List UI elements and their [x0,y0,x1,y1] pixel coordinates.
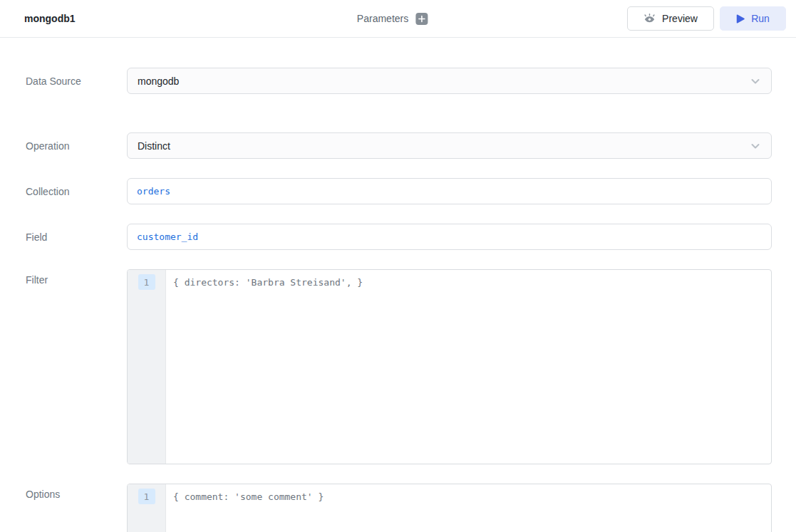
filter-label: Filter [0,269,127,286]
collection-row: Collection [0,178,796,204]
query-form: Data Source mongodb Operation Distinct [0,38,796,532]
field-row: Field [0,224,796,250]
filter-line-number: 1 [138,274,155,290]
filter-code-editor[interactable]: 1 { directors: 'Barbra Streisand', } [127,269,772,464]
data-source-label: Data Source [0,75,127,87]
run-button-label: Run [751,13,770,24]
chevron-down-icon [750,75,761,87]
operation-value: Distinct [138,140,750,152]
field-label: Field [0,231,127,243]
options-code-content[interactable]: { comment: 'some comment' } [166,484,771,532]
query-editor-header: mongodb1 Parameters Preview [0,0,796,38]
query-title: mongodb1 [24,13,76,24]
add-parameter-button[interactable] [415,13,428,25]
field-input[interactable] [127,224,772,250]
play-icon [736,14,745,24]
filter-code-content[interactable]: { directors: 'Barbra Streisand', } [166,270,771,464]
data-source-value: mongodb [138,75,750,87]
options-line-number: 1 [138,489,155,504]
eye-icon [643,13,656,24]
plus-icon [418,15,425,23]
preview-button-label: Preview [662,13,698,24]
operation-label: Operation [0,140,127,152]
options-row: Options 1 { comment: 'some comment' } [0,484,796,532]
parameters-label: Parameters [357,13,408,24]
filter-row: Filter 1 { directors: 'Barbra Streisand'… [0,269,796,464]
options-code-editor[interactable]: 1 { comment: 'some comment' } [127,484,772,532]
preview-button[interactable]: Preview [627,6,714,31]
run-button[interactable]: Run [720,6,786,31]
operation-select[interactable]: Distinct [127,132,772,159]
collection-input[interactable] [127,178,772,204]
parameters-section: Parameters [357,0,428,37]
data-source-row: Data Source mongodb [0,68,796,94]
options-label: Options [0,484,127,500]
header-actions: Preview Run [627,6,786,31]
operation-row: Operation Distinct [0,132,796,159]
chevron-down-icon [750,140,761,152]
filter-editor-gutter: 1 [128,270,166,464]
data-source-select[interactable]: mongodb [127,68,772,94]
collection-label: Collection [0,186,127,197]
options-editor-gutter: 1 [128,484,166,532]
